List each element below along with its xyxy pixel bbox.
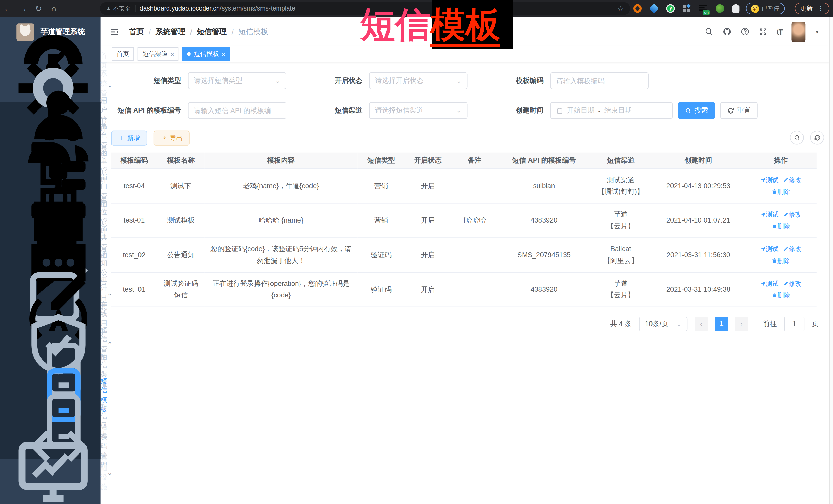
sidebar-item-infrastructure[interactable]: 基础设施 ⌄ [0,459,100,486]
security-label: 不安全 [113,5,130,13]
test-link[interactable]: 测试 [760,211,779,218]
extension-icons: on [633,0,739,17]
filter-channel: 短信渠道 请选择短信渠道 ⌄ [292,102,468,119]
start-date-placeholder[interactable]: 开始日期 [567,105,595,115]
main-area: 首页 / 系统管理 / 短信管理 / 短信模板 tT ▼ 首页 [100,17,829,504]
chevron-down-icon: ⌄ [108,470,112,476]
bookmark-star-icon[interactable]: ☆ [617,5,623,13]
template-code-input[interactable] [556,77,643,85]
cell-api-id: 4383920 [498,272,590,307]
tab-sms-channel[interactable]: 短信渠道 × [138,47,179,61]
date-range-picker[interactable]: 开始日期 - 结束日期 [550,102,673,119]
back-icon[interactable]: ← [0,0,16,17]
delete-link[interactable]: 删除 [771,188,790,195]
add-button[interactable]: 新增 [111,131,147,146]
channel-select[interactable]: 请选择短信渠道 ⌄ [369,102,468,119]
profile-paused-chip[interactable]: 已暂停 [746,3,785,14]
edit-link[interactable]: 修改 [783,280,802,287]
test-link[interactable]: 测试 [760,176,779,184]
col-remark: 备注 [451,152,498,168]
trash-icon [771,188,777,194]
prev-page-button[interactable]: ‹ [695,316,708,331]
extension-ring-icon[interactable] [633,4,642,13]
refresh-table-button[interactable] [810,131,824,145]
show-search-button[interactable] [790,131,804,145]
current-page[interactable]: 1 [715,316,728,331]
filter-label: 创建时间 [473,105,550,115]
chevron-down-icon: ⌄ [108,290,112,296]
help-icon[interactable] [740,27,749,36]
cell-content: 正在进行登录操作{operation}，您的验证码是{code} [205,272,358,307]
close-icon[interactable]: × [222,51,225,57]
cell-code: test-01 [111,203,157,238]
sidebar-collapse-icon[interactable] [110,27,119,37]
tab-sms-template[interactable]: 短信模板 × [183,47,230,61]
export-button[interactable]: 导出 [153,131,190,146]
extension-grid-icon[interactable] [683,4,691,13]
browser-menu-icon[interactable]: ⋮ [817,5,824,12]
breadcrumb-system[interactable]: 系统管理 [156,27,185,37]
cell-status: 开启 [405,272,451,307]
api-id-input[interactable] [194,106,281,114]
cell-operations: 测试修改删除 [745,168,816,203]
send-icon [760,281,766,286]
extension-list-icon[interactable]: on [699,4,708,13]
next-page-button[interactable]: › [735,316,748,331]
delete-link[interactable]: 删除 [771,222,790,230]
font-size-icon[interactable]: tT [777,27,783,36]
avatar-caret-icon[interactable]: ▼ [814,29,820,34]
breadcrumb-sms[interactable]: 短信管理 [197,27,227,37]
sms-type-select[interactable]: 请选择短信类型 ⌄ [188,72,286,89]
edit-link[interactable]: 修改 [783,176,802,184]
close-icon[interactable]: × [170,51,174,57]
page-size-select[interactable]: 10条/页 ⌄ [639,316,688,331]
col-template-content: 模板内容 [205,152,358,168]
cell-type: 营销 [358,203,405,238]
search-button[interactable]: 搜索 [678,102,715,119]
status-select[interactable]: 请选择开启状态 ⌄ [369,72,468,89]
cell-channel: Ballcat【阿里云】 [590,237,652,272]
filter-label: 模板编码 [473,76,550,86]
home-icon[interactable]: ⌂ [46,0,62,17]
search-icon[interactable] [704,27,713,36]
edit-link[interactable]: 修改 [783,211,802,218]
filter-sms-type: 短信类型 请选择短信类型 ⌄ [111,72,286,89]
cell-channel: 测试渠道【调试(钉钉)】 [590,168,652,203]
trash-icon [771,292,777,298]
pen-icon [783,246,789,252]
tab-home[interactable]: 首页 [112,47,134,61]
breadcrumb-home[interactable]: 首页 [129,27,144,37]
github-icon[interactable] [722,27,732,36]
cell-api-id: suibian [498,168,590,203]
edit-link[interactable]: 修改 [783,245,802,253]
delete-link[interactable]: 删除 [771,291,790,299]
extension-y-icon[interactable] [666,4,674,13]
profile-emoji-icon [751,5,759,13]
fullscreen-icon[interactable] [759,27,768,36]
test-link[interactable]: 测试 [760,245,779,253]
chevron-down-icon: ⌄ [456,106,462,114]
forward-icon[interactable]: → [16,0,31,17]
filter-label: 短信类型 [111,76,188,86]
table-row: test_02 公告通知 您的验证码{code}，该验证码5分钟内有效，请勿泄漏… [111,237,816,272]
cell-code: test_01 [111,272,157,307]
delete-link[interactable]: 删除 [771,257,790,264]
chrome-update-button[interactable]: 更新 ⋮ [795,3,829,14]
goto-page-input[interactable] [784,316,804,331]
search-icon [685,107,692,114]
user-avatar[interactable] [792,22,806,42]
end-date-placeholder[interactable]: 结束日期 [604,105,632,115]
test-link[interactable]: 测试 [760,280,779,287]
chevron-up-icon: ⌃ [108,85,112,92]
paused-label: 已暂停 [762,5,779,13]
page-scrollbar[interactable] [829,17,833,504]
reset-button[interactable]: 重置 [720,102,758,119]
cell-api-id: SMS_207945135 [498,237,590,272]
cell-code: test_02 [111,237,157,272]
filter-api-id: 短信 API 的模板编号 [111,102,286,119]
extension-magnifier-icon[interactable] [716,4,724,13]
extensions-puzzle-icon[interactable] [732,5,739,13]
reload-icon[interactable]: ↻ [31,0,46,17]
refresh-icon [813,134,820,141]
extension-kite-icon[interactable] [649,4,659,13]
